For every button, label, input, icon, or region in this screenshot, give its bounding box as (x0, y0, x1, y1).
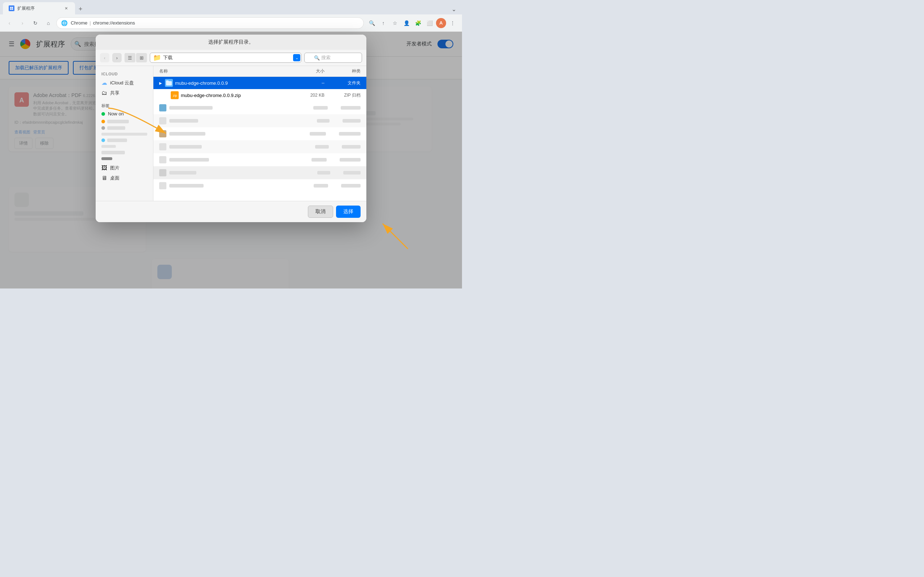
bookmark-share-icon[interactable]: ↑ (378, 18, 388, 28)
dialog-sidebar: iCloud ☁ iCloud 云盘 🗂 共享 标签 Now on (96, 66, 153, 201)
col-kind-header: 种类 (325, 68, 360, 74)
address-text: Chrome | chrome://extensions (71, 20, 135, 26)
svg-rect-2 (10, 9, 11, 10)
blurred-row-2 (153, 114, 366, 127)
dialog-search-icon: 🔍 (314, 55, 320, 61)
refresh-button[interactable]: ↻ (30, 18, 40, 28)
home-button[interactable]: ⌂ (43, 18, 53, 28)
tag-item-3 (99, 137, 150, 143)
tab-favicon (9, 5, 15, 11)
blurred-row-6 (153, 166, 366, 179)
svg-text:zip: zip (173, 94, 177, 97)
svg-rect-3 (12, 9, 13, 10)
file-row-mubu-folder[interactable]: ▶ mubu-edge-chrome.0.0.9 -- 文件夹 (153, 77, 366, 89)
tab-bar: 扩展程序 ✕ + ⌄ (0, 0, 462, 15)
file-dialog: 选择扩展程序目录。 ‹ › ☰ ⊞ 📁 下载 ⌄ 🔍 搜索 iCloud ☁ i… (96, 35, 366, 222)
folder-icon (165, 79, 173, 87)
dialog-title-bar: 选择扩展程序目录。 (96, 35, 366, 50)
back-button[interactable]: ‹ (4, 18, 15, 28)
now-on-dot (102, 112, 105, 116)
sidebar-photos[interactable]: 🖼 图片 (99, 163, 150, 173)
blurred-row-7 (153, 179, 366, 192)
sidebar-icloud-drive[interactable]: ☁ iCloud 云盘 (99, 77, 150, 88)
address-bar: ‹ › ↻ ⌂ 🌐 Chrome | chrome://extensions 🔍… (0, 15, 462, 32)
file-name-mubu-folder: mubu-edge-chrome.0.0.9 (175, 81, 296, 86)
dialog-list-view-button[interactable]: ☰ (124, 53, 135, 62)
now-on-label: Now on (108, 111, 124, 116)
tab-title: 扩展程序 (17, 5, 60, 11)
desktop-icon: 🖥 (102, 175, 107, 181)
dialog-back-button[interactable]: ‹ (100, 53, 109, 62)
col-name-header: 名称 (159, 68, 296, 74)
dialog-forward-button[interactable]: › (112, 53, 122, 62)
photos-label: 图片 (110, 165, 120, 171)
blurred-row-4 (153, 140, 366, 153)
shared-label: 共享 (110, 90, 120, 96)
sidebar-blurred-3 (102, 157, 112, 160)
tag-color-blue (102, 139, 105, 142)
toolbar-icons: 🔍 ↑ ☆ 👤 🧩 ⬜ A ⋮ (367, 18, 458, 28)
blurred-row-3 (153, 127, 366, 140)
forward-button[interactable]: › (17, 18, 27, 28)
dialog-location-bar[interactable]: 📁 下载 ⌄ (150, 53, 301, 63)
profile-icon[interactable]: 👤 (401, 18, 412, 28)
dialog-view-buttons: ☰ ⊞ (124, 53, 147, 62)
file-row-mubu-zip[interactable]: zip mubu-edge-chrome.0.0.9.zip 202 KB ZI… (153, 89, 366, 102)
tab-close-button[interactable]: ✕ (63, 5, 69, 11)
icloud-drive-label: iCloud 云盘 (110, 80, 134, 86)
cancel-button[interactable]: 取消 (308, 206, 333, 218)
sidebar-blurred-2 (102, 145, 116, 148)
dialog-search-placeholder: 搜索 (321, 55, 331, 61)
tab-more-button[interactable]: ⌄ (448, 3, 459, 15)
address-input[interactable]: 🌐 Chrome | chrome://extensions (56, 17, 364, 29)
dialog-title: 选择扩展程序目录。 (208, 39, 254, 45)
photos-icon: 🖼 (102, 165, 107, 171)
file-name-mubu-zip: mubu-edge-chrome.0.0.9.zip (181, 93, 296, 98)
expand-icon: ▶ (159, 81, 165, 85)
dialog-body: iCloud ☁ iCloud 云盘 🗂 共享 标签 Now on (96, 66, 366, 201)
desktop-label: 桌面 (110, 175, 120, 181)
col-size-header: 大小 (296, 68, 325, 74)
download-folder-icon: 📁 (153, 54, 161, 62)
blurred-row-5 (153, 153, 366, 166)
tag-color-gray (102, 126, 105, 130)
dialog-toolbar: ‹ › ☰ ⊞ 📁 下载 ⌄ 🔍 搜索 (96, 50, 366, 66)
icloud-section-label: iCloud (99, 70, 150, 77)
extensions-icon[interactable]: 🧩 (413, 18, 423, 28)
zip-icon: zip (171, 91, 179, 99)
svg-rect-0 (10, 7, 11, 8)
select-button[interactable]: 选择 (336, 206, 360, 218)
globe-icon: 🌐 (61, 20, 68, 26)
dialog-search-box[interactable]: 🔍 搜索 (304, 53, 362, 63)
file-list-header: 名称 大小 种类 (153, 66, 366, 77)
tag-item-2 (99, 125, 150, 131)
tags-section-label: 标签 (99, 102, 150, 109)
sidebar-blurred-1 (102, 133, 147, 135)
sidebar-desktop[interactable]: 🖥 桌面 (99, 173, 150, 183)
sidebar-now-on[interactable]: Now on (99, 109, 150, 118)
tag-color-orange (102, 120, 105, 123)
window-icon[interactable]: ⬜ (425, 18, 435, 28)
icloud-drive-icon: ☁ (102, 79, 107, 86)
bookmark-icon[interactable]: ☆ (390, 18, 400, 28)
blurred-row-1 (153, 102, 366, 114)
location-text: 下载 (163, 55, 173, 61)
user-avatar[interactable]: A (436, 18, 446, 28)
sidebar-shared[interactable]: 🗂 共享 (99, 88, 150, 98)
active-tab[interactable]: 扩展程序 ✕ (3, 2, 75, 15)
search-icon[interactable]: 🔍 (367, 18, 377, 28)
new-tab-button[interactable]: + (75, 3, 86, 15)
tag-item-1 (99, 118, 150, 125)
svg-rect-1 (12, 7, 13, 8)
location-chevron[interactable]: ⌄ (293, 54, 300, 61)
shared-icon: 🗂 (102, 90, 107, 96)
dialog-grid-view-button[interactable]: ⊞ (136, 53, 147, 62)
dialog-file-list: 名称 大小 种类 ▶ mubu-edge-chrome.0.0.9 -- 文件夹 (153, 66, 366, 201)
tag-item-4 (99, 149, 150, 156)
menu-icon[interactable]: ⋮ (447, 18, 458, 28)
dialog-footer: 取消 选择 (96, 201, 366, 222)
